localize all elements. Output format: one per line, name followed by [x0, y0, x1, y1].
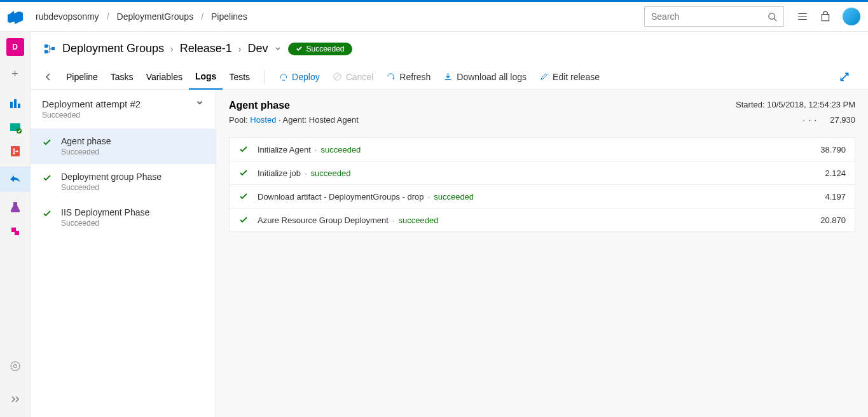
crumb-project[interactable]: DeploymentGroups — [117, 11, 194, 22]
add-icon[interactable]: + — [6, 65, 24, 83]
step-row[interactable]: Initialize Agent · succeeded 38.790 — [230, 138, 855, 161]
svg-point-14 — [13, 365, 17, 368]
phase-item-dg[interactable]: Deployment group Phase Succeeded — [31, 164, 216, 200]
user-avatar[interactable] — [843, 8, 860, 25]
nav-dashboards[interactable] — [6, 94, 24, 112]
phase-title: Agent phase — [229, 100, 290, 111]
body: Deployment attempt #2 Succeeded Agent ph… — [31, 90, 868, 417]
check-icon — [42, 173, 52, 192]
svg-rect-16 — [45, 50, 48, 53]
svg-rect-12 — [15, 231, 19, 235]
top-bar: rubdevopsonmy / DeploymentGroups / Pipel… — [0, 0, 868, 32]
check-icon — [238, 168, 249, 178]
tab-pipeline[interactable]: Pipeline — [60, 64, 104, 90]
edit-release-button[interactable]: Edit release — [533, 72, 606, 82]
tab-tests[interactable]: Tests — [223, 64, 256, 90]
breadcrumb: rubdevopsonmy / DeploymentGroups / Pipel… — [36, 11, 644, 22]
phase-item-iis[interactable]: IIS Deployment Phase Succeeded — [31, 200, 216, 235]
svg-rect-17 — [52, 47, 55, 50]
content: Deployment Groups › Release-1 › Dev Succ… — [31, 32, 868, 417]
check-icon — [238, 215, 249, 225]
phases-sidebar: Deployment attempt #2 Succeeded Agent ph… — [31, 90, 216, 417]
pool-link[interactable]: Hosted — [250, 115, 276, 125]
svg-line-1 — [774, 18, 776, 21]
download-logs-button[interactable]: Download all logs — [437, 72, 533, 82]
chevron-down-icon[interactable] — [274, 45, 282, 53]
topbar-actions — [797, 8, 860, 25]
deploy-button[interactable]: Deploy — [272, 72, 326, 82]
page-title: Deployment Groups › Release-1 › Dev — [62, 42, 282, 55]
collapse-icon[interactable] — [6, 390, 24, 408]
crumb-org[interactable]: rubdevopsonmy — [36, 11, 99, 22]
tab-tasks[interactable]: Tasks — [104, 64, 140, 90]
main: D + Deployment Groups › Release-1 › Dev … — [0, 32, 868, 417]
chevron-down-icon[interactable] — [195, 99, 204, 107]
check-icon — [42, 137, 52, 156]
step-row[interactable]: Initialize job · succeeded 2.124 — [230, 161, 855, 185]
project-tile[interactable]: D — [6, 38, 24, 56]
search-box[interactable] — [644, 6, 784, 27]
check-icon — [238, 144, 249, 154]
left-nav: D + — [0, 32, 31, 417]
svg-point-0 — [769, 13, 775, 18]
tab-logs[interactable]: Logs — [189, 64, 223, 90]
tab-variables[interactable]: Variables — [140, 64, 189, 90]
settings-icon[interactable] — [6, 357, 24, 375]
svg-rect-15 — [45, 44, 48, 48]
check-icon — [42, 208, 52, 228]
cancel-button: Cancel — [326, 72, 380, 82]
svg-rect-2 — [10, 102, 13, 108]
shopping-bag-icon[interactable] — [820, 11, 831, 22]
page-header: Deployment Groups › Release-1 › Dev Succ… — [31, 32, 868, 55]
pool-info: Pool: Hosted · Agent: Hosted Agent — [229, 115, 359, 125]
step-row[interactable]: Azure Resource Group Deployment · succee… — [230, 208, 855, 231]
nav-pipelines[interactable] — [0, 167, 31, 192]
crumb-pipelines[interactable]: Pipelines — [211, 11, 247, 22]
chevron-right-icon: › — [170, 44, 174, 54]
nav-test-plans[interactable] — [6, 198, 24, 216]
status-badge: Succeeded — [288, 43, 352, 55]
expand-icon[interactable] — [834, 71, 855, 83]
chevron-right-icon: › — [238, 44, 242, 54]
tabs-row: Pipeline Tasks Variables Logs Tests Depl… — [31, 64, 868, 90]
search-icon — [768, 12, 777, 22]
check-icon — [238, 191, 249, 202]
deployment-groups-icon — [43, 43, 56, 55]
details-panel: Agent phase Started: 10/5/2018, 12:54:23… — [216, 90, 868, 417]
nav-repos[interactable] — [6, 142, 24, 160]
azure-devops-logo[interactable] — [8, 9, 23, 24]
total-time: 27.930 — [830, 115, 855, 125]
search-input[interactable] — [651, 11, 768, 22]
svg-rect-3 — [14, 99, 17, 108]
phase-item-agent[interactable]: Agent phase Succeeded — [31, 128, 216, 164]
nav-artifacts[interactable] — [6, 222, 24, 240]
list-icon[interactable] — [797, 11, 808, 22]
nav-boards[interactable] — [6, 118, 24, 136]
steps-table: Initialize Agent · succeeded 38.790 Init… — [229, 137, 855, 232]
more-icon[interactable]: · · · — [803, 115, 817, 125]
started-timestamp: Started: 10/5/2018, 12:54:23 PM — [736, 100, 855, 109]
svg-rect-4 — [18, 104, 20, 108]
attempt-header[interactable]: Deployment attempt #2 Succeeded — [31, 90, 216, 128]
back-arrow-icon[interactable] — [43, 72, 53, 82]
svg-point-13 — [11, 362, 20, 371]
step-row[interactable]: Download artifact - DeploymentGroups - d… — [230, 185, 855, 208]
refresh-button[interactable]: Refresh — [380, 72, 437, 82]
